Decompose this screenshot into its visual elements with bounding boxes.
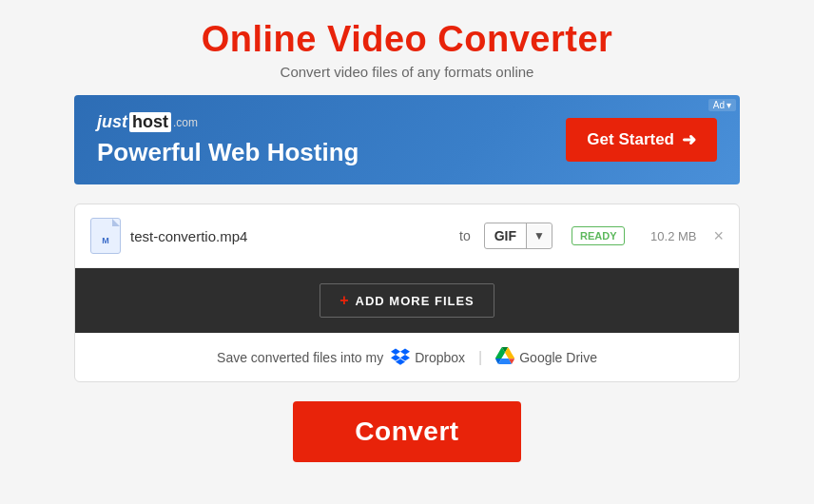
file-icon: M <box>90 218 121 254</box>
add-files-label: ADD MORE FILES <box>356 294 475 308</box>
divider: | <box>478 349 482 366</box>
ad-logo: justhost.com <box>97 112 359 132</box>
add-plus-icon: + <box>339 292 349 309</box>
format-selector[interactable]: GIF ▼ <box>484 223 552 249</box>
add-files-bar: + ADD MORE FILES <box>75 268 739 333</box>
file-name: test-convertio.mp4 <box>130 228 450 244</box>
save-text: Save converted files into my <box>217 350 383 365</box>
format-value: GIF <box>485 223 527 248</box>
status-badge: READY <box>572 226 626 245</box>
add-more-files-button[interactable]: + ADD MORE FILES <box>320 283 494 318</box>
ad-logo-just: just <box>97 112 127 132</box>
to-label: to <box>459 228 471 243</box>
dropbox-label: Dropbox <box>415 350 465 365</box>
page-title: Online Video Converter <box>202 19 613 60</box>
ad-heading: Powerful Web Hosting <box>97 138 359 167</box>
dropbox-button[interactable]: Dropbox <box>391 346 465 368</box>
page-header: Online Video Converter Convert video fil… <box>202 19 613 80</box>
file-row: M test-convertio.mp4 to GIF ▼ READY 10.2… <box>75 204 739 268</box>
save-row: Save converted files into my Dropbox | <box>75 333 739 381</box>
remove-file-button[interactable]: × <box>713 227 724 244</box>
google-drive-label: Google Drive <box>519 350 597 365</box>
converter-box: M test-convertio.mp4 to GIF ▼ READY 10.2… <box>74 204 740 382</box>
ad-arrow-icon: ➜ <box>682 129 696 150</box>
file-size: 10.2 MB <box>644 229 696 243</box>
ad-logo-com: .com <box>173 116 198 129</box>
ad-logo-host: host <box>129 112 171 132</box>
ad-get-started-button[interactable]: Get Started ➜ <box>566 118 717 162</box>
ad-label: Ad ▾ <box>708 99 736 111</box>
dropbox-icon <box>391 346 410 368</box>
format-dropdown-arrow[interactable]: ▼ <box>527 224 552 247</box>
convert-button[interactable]: Convert <box>293 401 521 462</box>
page-subtitle: Convert video files of any formats onlin… <box>202 64 613 80</box>
ad-left: justhost.com Powerful Web Hosting <box>97 112 359 167</box>
ad-button-label: Get Started <box>587 130 674 149</box>
google-drive-button[interactable]: Google Drive <box>495 346 597 368</box>
file-icon-label: M <box>102 236 109 245</box>
google-drive-icon <box>495 346 514 368</box>
ad-banner: Ad ▾ justhost.com Powerful Web Hosting G… <box>74 95 740 184</box>
